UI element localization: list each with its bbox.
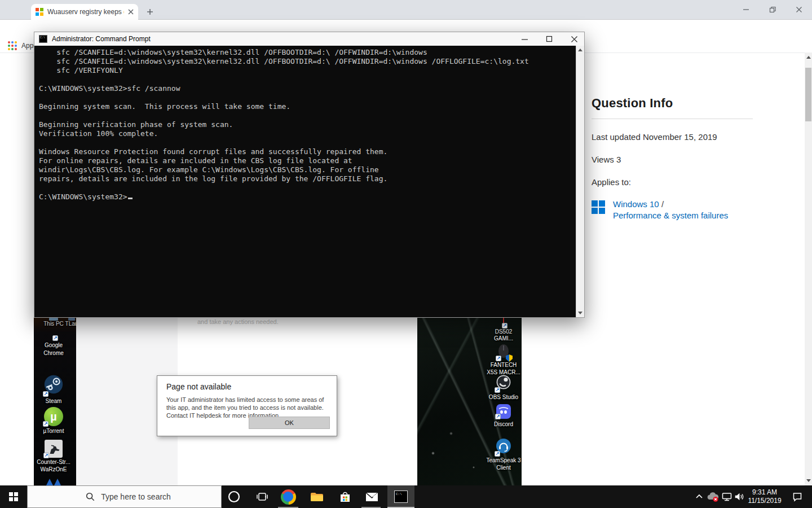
command-prompt-window: C:\ Administrator: Command Prompt sfc /S… [34, 32, 585, 318]
desktop-icon-google-chrome[interactable]: ↗ Google Chrome [34, 340, 73, 356]
shortcut-arrow-icon: ↗ [495, 387, 500, 393]
cmd-line [39, 183, 576, 192]
apps-grid-icon[interactable] [8, 41, 17, 50]
browser-close-button[interactable] [789, 0, 809, 19]
cmd-line [39, 93, 576, 102]
taskbar-mail-button[interactable] [360, 485, 383, 508]
cmd-line: windir\Logs\CBS\CBS.log. For example C:\… [39, 165, 576, 174]
tray-volume-icon[interactable] [732, 485, 747, 508]
speaker-icon [734, 492, 745, 502]
ok-button[interactable]: OK [249, 417, 330, 429]
desktop-icon-fantech[interactable]: ↗ FANTECH X5S MACR... [487, 344, 520, 375]
desktop-icon-obs-studio[interactable]: ↗ OBS Studio [487, 374, 520, 400]
desktop-icon-steam[interactable]: ↗ Steam [34, 375, 73, 404]
search-placeholder: Type here to search [101, 492, 171, 501]
desktop-icon-teamspeak[interactable]: ↗ TeamSpeak 3 Client [487, 438, 520, 471]
cmd-prompt-line: C:\WINDOWS\system32> [39, 192, 576, 202]
desktop-icon-ds502[interactable]: ↗ DS502 GAMI... [487, 318, 520, 341]
security-shield-icon [506, 354, 513, 362]
clock-date: 11/15/2019 [748, 497, 781, 505]
cmd-line: Verification 100% complete. [39, 129, 576, 138]
cmd-minimize-button[interactable] [514, 32, 535, 46]
desktop-icon-counter-strike[interactable]: ↗ Counter-Str... WaRzOnE [34, 440, 73, 472]
icon-label: This PC [43, 321, 64, 327]
icon-label: WaRzOnE [41, 466, 67, 472]
browser-minimize-button[interactable] [736, 0, 756, 19]
tray-clock[interactable]: 9:31 AM 11/15/2019 [747, 485, 783, 508]
icon-label: OBS Studio [489, 394, 518, 400]
start-button[interactable] [0, 485, 27, 508]
onedrive-error-icon [706, 492, 720, 502]
taskbar-file-explorer-button[interactable] [306, 485, 328, 508]
question-info-panel: Question Info Last updated November 15, … [592, 96, 753, 221]
utorrent-icon: µ ↗ [44, 407, 63, 426]
ds502-icon: ↗ [503, 318, 504, 328]
shortcut-arrow-icon: ↗ [43, 421, 48, 427]
tray-onedrive-icon[interactable] [705, 485, 721, 508]
new-tab-button[interactable] [143, 5, 157, 19]
dialog-title: Page not available [166, 382, 231, 391]
embedded-desktop-left-strip: This PC TLau ↗ Google Chrome [34, 318, 76, 485]
cmd-title-bar[interactable]: C:\ Administrator: Command Prompt [34, 32, 584, 46]
browser-scrollbar[interactable] [805, 52, 812, 485]
cmd-scrollbar[interactable] [576, 46, 584, 317]
link-separator: / [661, 199, 664, 209]
discord-icon: ↗ [496, 404, 511, 419]
shortcut-arrow-icon: ↗ [502, 323, 508, 329]
shortcut-arrow-icon: ↗ [495, 451, 500, 457]
desktop-icon-discord[interactable]: ↗ Discord [487, 404, 520, 427]
steam-icon: ↗ [44, 375, 63, 396]
cmd-icon: C:\ [39, 35, 47, 43]
cmd-close-button[interactable] [564, 32, 584, 46]
chrome-icon [281, 489, 296, 505]
cmd-output[interactable]: sfc /SCANFILE=d:\windows\system32\kernel… [34, 46, 576, 317]
desktop-icon-partial[interactable] [34, 478, 73, 485]
cmd-line: sfc /VERIFYONLY [39, 66, 576, 75]
browser-tab-bar: Wuauserv registry keeps getting [0, 0, 812, 20]
scroll-down-icon[interactable] [806, 479, 811, 482]
close-icon [571, 36, 578, 43]
taskbar-chrome-button[interactable] [277, 485, 299, 508]
tab-close-icon[interactable] [128, 9, 134, 15]
blue-m-icon [44, 478, 63, 485]
maximize-icon [546, 36, 553, 42]
action-center-button[interactable] [787, 485, 807, 508]
browser-tab[interactable]: Wuauserv registry keeps getting [31, 4, 138, 20]
taskbar-search-box[interactable]: Type here to search [27, 485, 222, 508]
task-view-button[interactable] [251, 485, 273, 508]
windows-logo-icon [592, 200, 605, 214]
cmd-maximize-button[interactable] [539, 32, 559, 46]
windows-start-icon [9, 492, 19, 502]
cortana-button[interactable] [223, 485, 245, 508]
scroll-up-icon[interactable] [806, 56, 811, 59]
icon-label: GAMI... [494, 335, 513, 341]
icon-label: µTorrent [43, 428, 64, 434]
cortana-icon [227, 490, 241, 503]
cmd-line: C:\WINDOWS\system32>sfc /scannow [39, 84, 576, 93]
shortcut-arrow-icon: ↗ [495, 414, 501, 419]
scroll-down-icon[interactable] [578, 312, 582, 314]
desktop-icon-tlau[interactable]: TLau [63, 318, 76, 327]
desktop-icon-utorrent[interactable]: µ ↗ µTorrent [34, 407, 73, 434]
last-updated-text: Last updated November 15, 2019 [592, 132, 753, 142]
forum-text-fragment: and take any actions needed. [197, 318, 279, 325]
performance-failures-link[interactable]: Performance & system failures [613, 211, 728, 220]
applies-to-row: Windows 10 / Performance & system failur… [592, 199, 753, 221]
scroll-up-icon[interactable] [578, 49, 582, 51]
microsoft-store-icon [338, 489, 352, 504]
taskbar-store-button[interactable] [334, 485, 356, 508]
browser-restore-button[interactable] [763, 0, 782, 19]
text-cursor [128, 198, 133, 199]
icon-label: TeamSpeak 3 [486, 457, 520, 463]
plus-icon [147, 8, 153, 15]
dialog-body-text: Your IT administrator has limited access… [166, 396, 330, 419]
icon-label: Google [45, 342, 63, 348]
screen: Wuauserv registry keeps getting answers.… [0, 0, 812, 508]
icon-label: Counter-Str... [37, 459, 70, 465]
page-not-available-dialog: Page not available Your IT administrator… [157, 375, 337, 436]
windows-10-link[interactable]: Windows 10 [613, 199, 659, 209]
applies-to-label: Applies to: [592, 177, 753, 187]
shortcut-arrow-icon: ↗ [496, 356, 501, 361]
taskbar-cmd-button[interactable]: C:\ [387, 485, 414, 508]
scrollbar-thumb[interactable] [805, 68, 811, 121]
